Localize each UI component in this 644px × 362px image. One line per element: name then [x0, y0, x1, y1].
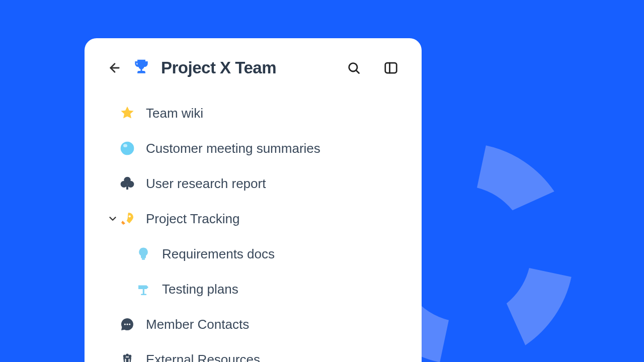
nav-item-testing-plans[interactable]: Testing plans: [85, 272, 422, 307]
svg-point-6: [123, 144, 127, 147]
star-icon: [119, 105, 136, 122]
nav-item-team-wiki[interactable]: Team wiki: [85, 96, 422, 131]
svg-point-15: [124, 323, 126, 325]
sidebar-layout-icon: [383, 60, 398, 75]
nav-item-label: User research report: [146, 176, 266, 192]
svg-rect-22: [129, 359, 130, 362]
svg-point-20: [128, 354, 131, 357]
nav-item-label: Project Tracking: [146, 211, 239, 227]
svg-point-11: [129, 215, 131, 217]
nav-item-label: Customer meeting summaries: [146, 141, 320, 156]
nav-item-external-resources[interactable]: External Resources: [85, 342, 422, 362]
bubble-icon: [119, 140, 136, 157]
sidebar-panel: Project X Team Team wiki Customer meetin…: [85, 38, 422, 362]
bulb-icon: [135, 245, 152, 262]
svg-point-5: [121, 142, 134, 155]
expand-toggle[interactable]: [107, 213, 119, 224]
panel-header: Project X Team: [85, 48, 422, 96]
search-button[interactable]: [345, 59, 362, 76]
svg-rect-12: [142, 258, 145, 260]
nav-item-label: Requirements docs: [162, 246, 275, 262]
chevron-down-icon: [107, 213, 118, 224]
nav-item-label: External Resources: [146, 352, 260, 363]
svg-line-2: [356, 70, 359, 73]
chat-icon: [119, 316, 136, 333]
arrow-left-icon: [108, 61, 122, 75]
nav-item-member-contacts[interactable]: Member Contacts: [85, 307, 422, 342]
club-icon: [119, 175, 136, 192]
svg-rect-21: [125, 359, 126, 362]
nav-list: Team wiki Customer meeting summaries Use…: [85, 96, 422, 362]
svg-rect-13: [143, 289, 144, 294]
svg-rect-10: [126, 185, 128, 190]
svg-point-18: [123, 354, 126, 357]
signpost-icon: [135, 281, 152, 298]
back-button[interactable]: [107, 60, 123, 76]
layout-toggle-button[interactable]: [382, 59, 399, 76]
svg-point-17: [129, 323, 130, 325]
nav-item-project-tracking[interactable]: Project Tracking: [85, 201, 422, 236]
nav-item-label: Member Contacts: [146, 317, 249, 332]
nav-item-label: Team wiki: [146, 106, 203, 121]
svg-point-16: [126, 323, 128, 325]
search-icon: [347, 61, 361, 75]
svg-rect-3: [385, 63, 397, 73]
rocket-icon: [119, 210, 136, 227]
svg-rect-14: [141, 294, 146, 295]
nav-item-user-research-report[interactable]: User research report: [85, 166, 422, 201]
page-title: Project X Team: [161, 58, 276, 77]
nav-item-requirements-docs[interactable]: Requirements docs: [85, 236, 422, 272]
nav-item-customer-meeting-summaries[interactable]: Customer meeting summaries: [85, 131, 422, 166]
trophy-icon: [132, 57, 151, 78]
nav-item-label: Testing plans: [162, 282, 238, 297]
popcorn-icon: [119, 351, 136, 362]
svg-point-19: [126, 353, 129, 356]
